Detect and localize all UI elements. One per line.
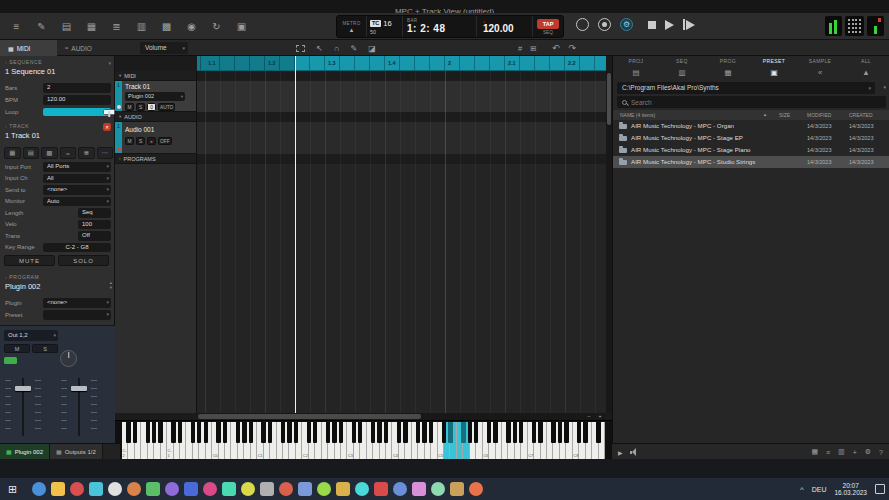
- track-wave-icon[interactable]: ≈: [60, 147, 77, 159]
- piano-black-key[interactable]: [358, 422, 362, 443]
- piano-black-key[interactable]: [474, 422, 478, 443]
- marquee-select-tool-icon[interactable]: [296, 45, 305, 52]
- piano-black-key[interactable]: [551, 422, 555, 443]
- track-solo-button[interactable]: SOLO: [58, 255, 109, 266]
- time-correct-control[interactable]: TC 16 50: [367, 16, 403, 37]
- pads-view-icon[interactable]: ▦: [811, 448, 818, 456]
- piano-black-key[interactable]: [249, 422, 253, 443]
- record-arm-icon[interactable]: [117, 147, 121, 151]
- add-icon[interactable]: +: [853, 449, 857, 456]
- taskbar-app-icon[interactable]: [222, 482, 236, 496]
- track-monitor-off-button[interactable]: OFF: [158, 137, 172, 145]
- track-name[interactable]: 1 Track 01: [0, 129, 115, 140]
- tray-expand-icon[interactable]: ^: [800, 485, 804, 494]
- param-value[interactable]: C-2 - G8: [43, 243, 111, 253]
- clock[interactable]: 20:07 16.03.2023: [834, 482, 867, 497]
- piano-black-key[interactable]: [513, 422, 517, 443]
- track-pads-icon[interactable]: ▩: [41, 147, 58, 159]
- piano-black-key[interactable]: [429, 422, 433, 443]
- track-view-icon[interactable]: ▤: [54, 13, 79, 40]
- taskbar-app-icon[interactable]: [336, 482, 350, 496]
- param-value[interactable]: ▾: [43, 310, 111, 320]
- param-value[interactable]: 2: [43, 83, 111, 93]
- grid-midi-lane[interactable]: [197, 81, 606, 112]
- taskbar-app-icon[interactable]: [184, 482, 198, 496]
- piano-black-key[interactable]: [197, 422, 201, 443]
- program-stepper[interactable]: ▴ ▾: [110, 281, 112, 290]
- taskbar-app-icon[interactable]: [279, 482, 293, 496]
- browser-filter-preset[interactable]: PRESET: [751, 56, 797, 65]
- taskbar-app-icon[interactable]: [89, 482, 103, 496]
- tab-midi[interactable]: ▦ MIDI: [0, 40, 57, 56]
- taskbar-app-icon[interactable]: [450, 482, 464, 496]
- browser-row[interactable]: AIR Music Technology - MPC - Organ14/3/2…: [613, 120, 889, 132]
- taskbar-app-icon[interactable]: [51, 482, 65, 496]
- taskbar-app-icon[interactable]: [317, 482, 331, 496]
- sequence-name[interactable]: 1 Sequence 01: [0, 65, 115, 76]
- bottom-tab-plugin[interactable]: ▦ Plugin 002: [0, 444, 50, 459]
- browser-filter-prog[interactable]: PROG: [705, 56, 751, 65]
- loop-icon[interactable]: ↻: [204, 13, 229, 40]
- play-button[interactable]: [665, 20, 674, 30]
- param-value[interactable]: Off: [78, 231, 111, 241]
- overdub-button[interactable]: [598, 18, 611, 31]
- taskbar-app-icon[interactable]: [203, 482, 217, 496]
- piano-black-key[interactable]: [307, 422, 311, 443]
- piano-black-key[interactable]: [422, 422, 426, 443]
- piano-black-key[interactable]: [261, 422, 265, 443]
- metronome-toggle[interactable]: METRO ▲: [337, 16, 367, 37]
- track-header-audio-1[interactable]: 1 Audio 001 M S ● OFF: [115, 122, 196, 154]
- taskbar-app-icon[interactable]: [70, 482, 84, 496]
- arrangement-grid[interactable]: [197, 71, 606, 413]
- piano-black-key[interactable]: [146, 422, 150, 443]
- tempo-source-toggle[interactable]: SEQ: [543, 30, 553, 35]
- track-more-icon[interactable]: ⋯: [97, 147, 114, 159]
- track-mute-button[interactable]: M: [125, 137, 134, 145]
- piano-black-key[interactable]: [558, 422, 562, 443]
- browser-row[interactable]: AIR Music Technology - MPC - Stage EP14/…: [613, 132, 889, 144]
- track-program-select[interactable]: Plugin 002 ▾: [125, 92, 185, 101]
- piano-black-key[interactable]: [352, 422, 356, 443]
- browser-filter-sample[interactable]: SAMPLE: [797, 56, 843, 65]
- places-documents-icon[interactable]: ▤: [613, 65, 659, 80]
- audition-volume-icon[interactable]: [630, 448, 638, 456]
- param-value[interactable]: Seq: [78, 208, 111, 218]
- places-expansions-icon[interactable]: ▦: [705, 65, 751, 80]
- piano-black-key[interactable]: [126, 422, 130, 443]
- output-solo-button[interactable]: S: [32, 344, 58, 353]
- track-name[interactable]: Audio 001: [125, 126, 194, 133]
- fader-thumb[interactable]: [71, 386, 87, 391]
- piano-black-key[interactable]: [564, 422, 568, 443]
- piano-black-key[interactable]: [313, 422, 317, 443]
- track-keys-icon[interactable]: ▤: [23, 147, 40, 159]
- piano-black-key[interactable]: [281, 422, 285, 443]
- record-button[interactable]: [576, 18, 589, 31]
- track-name[interactable]: Track 01: [125, 83, 194, 90]
- piano-black-key[interactable]: [242, 422, 246, 443]
- piano-black-key[interactable]: [442, 422, 446, 443]
- param-value[interactable]: <none>▾: [43, 298, 111, 308]
- piano-black-key[interactable]: [332, 422, 336, 443]
- track-grid-icon[interactable]: ▦: [4, 147, 21, 159]
- taskbar-app-icon[interactable]: [469, 482, 483, 496]
- column-name[interactable]: NAME (4 items): [620, 112, 655, 118]
- grid-view-icon[interactable]: ▦: [79, 13, 104, 40]
- piano-black-key[interactable]: [377, 422, 381, 443]
- piano-black-key[interactable]: [538, 422, 542, 443]
- pointer-tool-icon[interactable]: ↖: [316, 44, 323, 53]
- param-value[interactable]: 120.00: [43, 95, 111, 105]
- group-audio[interactable]: ▾ AUDIO: [115, 112, 196, 122]
- track-record-arm-button[interactable]: ●: [147, 137, 156, 145]
- list-view-icon[interactable]: ≡: [826, 449, 830, 456]
- browser-row[interactable]: AIR Music Technology - MPC - Stage Piano…: [613, 144, 889, 156]
- piano-black-key[interactable]: [204, 422, 208, 443]
- delete-track-icon[interactable]: ✕: [103, 123, 111, 131]
- undo-icon[interactable]: ↶: [552, 43, 560, 53]
- zoom-in-button[interactable]: +: [595, 413, 605, 420]
- audition-play-icon[interactable]: ▶: [618, 449, 623, 456]
- piano-black-key[interactable]: [133, 422, 137, 443]
- quantize-icon[interactable]: ⊞: [530, 44, 536, 53]
- piano-black-key[interactable]: [448, 422, 452, 443]
- grid-audio-lane[interactable]: [197, 122, 606, 154]
- param-value[interactable]: Auto▾: [43, 197, 111, 207]
